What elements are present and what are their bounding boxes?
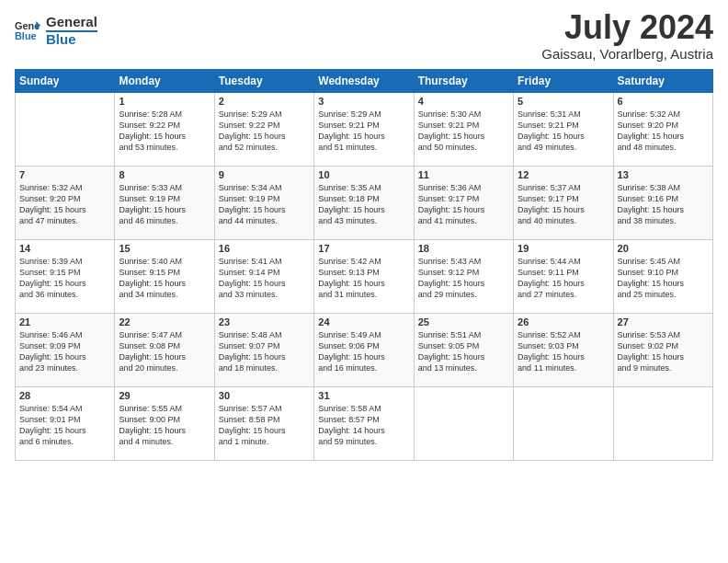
day-header-sunday: Sunday xyxy=(16,70,115,93)
day-number: 2 xyxy=(219,96,310,107)
day-number: 22 xyxy=(119,316,210,327)
day-info: Sunrise: 5:28 AM Sunset: 9:22 PM Dayligh… xyxy=(119,109,210,154)
calendar-cell: 5Sunrise: 5:31 AM Sunset: 9:21 PM Daylig… xyxy=(514,93,613,167)
day-info: Sunrise: 5:37 AM Sunset: 9:17 PM Dayligh… xyxy=(518,182,609,227)
day-number: 9 xyxy=(219,169,310,180)
calendar-cell: 4Sunrise: 5:30 AM Sunset: 9:21 PM Daylig… xyxy=(414,93,513,167)
calendar-cell: 22Sunrise: 5:47 AM Sunset: 9:08 PM Dayli… xyxy=(115,314,214,387)
calendar-cell: 28Sunrise: 5:54 AM Sunset: 9:01 PM Dayli… xyxy=(16,387,115,461)
logo-icon: General Blue xyxy=(15,18,40,44)
calendar-cell: 23Sunrise: 5:48 AM Sunset: 9:07 PM Dayli… xyxy=(214,314,313,387)
day-number: 5 xyxy=(518,96,609,107)
day-header-saturday: Saturday xyxy=(613,70,712,93)
day-number: 1 xyxy=(119,96,210,107)
day-info: Sunrise: 5:44 AM Sunset: 9:11 PM Dayligh… xyxy=(518,256,609,301)
day-info: Sunrise: 5:35 AM Sunset: 9:18 PM Dayligh… xyxy=(318,182,409,227)
day-number: 3 xyxy=(318,96,409,107)
day-info: Sunrise: 5:57 AM Sunset: 8:58 PM Dayligh… xyxy=(219,403,310,448)
header: General Blue General Blue July 2024 Gais… xyxy=(15,11,713,62)
calendar-cell xyxy=(514,387,613,461)
month-title: July 2024 xyxy=(541,11,713,44)
logo-general: General xyxy=(46,15,97,30)
day-info: Sunrise: 5:58 AM Sunset: 8:57 PM Dayligh… xyxy=(318,403,409,448)
day-info: Sunrise: 5:53 AM Sunset: 9:02 PM Dayligh… xyxy=(618,329,709,374)
day-header-friday: Friday xyxy=(514,70,613,93)
day-info: Sunrise: 5:47 AM Sunset: 9:08 PM Dayligh… xyxy=(119,329,210,374)
day-info: Sunrise: 5:49 AM Sunset: 9:06 PM Dayligh… xyxy=(318,329,409,374)
day-info: Sunrise: 5:54 AM Sunset: 9:01 PM Dayligh… xyxy=(19,403,110,448)
calendar-cell: 31Sunrise: 5:58 AM Sunset: 8:57 PM Dayli… xyxy=(314,387,414,461)
day-info: Sunrise: 5:40 AM Sunset: 9:15 PM Dayligh… xyxy=(119,256,210,301)
day-number: 26 xyxy=(518,316,609,327)
day-header-thursday: Thursday xyxy=(414,70,513,93)
day-info: Sunrise: 5:52 AM Sunset: 9:03 PM Dayligh… xyxy=(518,329,609,374)
day-header-tuesday: Tuesday xyxy=(214,70,313,93)
day-info: Sunrise: 5:29 AM Sunset: 9:22 PM Dayligh… xyxy=(219,109,310,154)
day-number: 27 xyxy=(618,316,709,327)
day-info: Sunrise: 5:45 AM Sunset: 9:10 PM Dayligh… xyxy=(618,256,709,301)
calendar-cell: 8Sunrise: 5:33 AM Sunset: 9:19 PM Daylig… xyxy=(115,167,214,240)
calendar-cell: 1Sunrise: 5:28 AM Sunset: 9:22 PM Daylig… xyxy=(115,93,214,167)
day-info: Sunrise: 5:51 AM Sunset: 9:05 PM Dayligh… xyxy=(418,329,509,374)
day-info: Sunrise: 5:38 AM Sunset: 9:16 PM Dayligh… xyxy=(618,182,709,227)
day-number: 25 xyxy=(418,316,509,327)
calendar-cell: 21Sunrise: 5:46 AM Sunset: 9:09 PM Dayli… xyxy=(16,314,115,387)
calendar-cell: 30Sunrise: 5:57 AM Sunset: 8:58 PM Dayli… xyxy=(214,387,313,461)
day-info: Sunrise: 5:33 AM Sunset: 9:19 PM Dayligh… xyxy=(119,182,210,227)
day-number: 15 xyxy=(119,243,210,254)
day-number: 31 xyxy=(318,390,409,401)
day-info: Sunrise: 5:31 AM Sunset: 9:21 PM Dayligh… xyxy=(518,109,609,154)
week-row-5: 28Sunrise: 5:54 AM Sunset: 9:01 PM Dayli… xyxy=(16,387,713,461)
calendar-cell: 16Sunrise: 5:41 AM Sunset: 9:14 PM Dayli… xyxy=(214,240,313,314)
logo-blue: Blue xyxy=(46,30,97,48)
day-info: Sunrise: 5:48 AM Sunset: 9:07 PM Dayligh… xyxy=(219,329,310,374)
day-number: 6 xyxy=(618,96,709,107)
week-row-3: 14Sunrise: 5:39 AM Sunset: 9:15 PM Dayli… xyxy=(16,240,713,314)
calendar-cell: 19Sunrise: 5:44 AM Sunset: 9:11 PM Dayli… xyxy=(514,240,613,314)
day-header-wednesday: Wednesday xyxy=(314,70,414,93)
day-info: Sunrise: 5:41 AM Sunset: 9:14 PM Dayligh… xyxy=(219,256,310,301)
day-number: 8 xyxy=(119,169,210,180)
day-info: Sunrise: 5:39 AM Sunset: 9:15 PM Dayligh… xyxy=(19,256,110,301)
calendar-cell: 12Sunrise: 5:37 AM Sunset: 9:17 PM Dayli… xyxy=(514,167,613,240)
calendar-cell: 15Sunrise: 5:40 AM Sunset: 9:15 PM Dayli… xyxy=(115,240,214,314)
day-number: 29 xyxy=(119,390,210,401)
calendar-cell: 7Sunrise: 5:32 AM Sunset: 9:20 PM Daylig… xyxy=(16,167,115,240)
day-number: 24 xyxy=(318,316,409,327)
day-number: 19 xyxy=(518,243,609,254)
day-number: 20 xyxy=(618,243,709,254)
svg-text:Blue: Blue xyxy=(15,30,37,41)
day-info: Sunrise: 5:30 AM Sunset: 9:21 PM Dayligh… xyxy=(418,109,509,154)
logo: General Blue General Blue xyxy=(15,15,97,47)
day-number: 12 xyxy=(518,169,609,180)
calendar-cell xyxy=(16,93,115,167)
day-info: Sunrise: 5:43 AM Sunset: 9:12 PM Dayligh… xyxy=(418,256,509,301)
day-info: Sunrise: 5:42 AM Sunset: 9:13 PM Dayligh… xyxy=(318,256,409,301)
calendar-cell: 29Sunrise: 5:55 AM Sunset: 9:00 PM Dayli… xyxy=(115,387,214,461)
day-number: 7 xyxy=(19,169,110,180)
day-number: 13 xyxy=(618,169,709,180)
calendar-cell: 6Sunrise: 5:32 AM Sunset: 9:20 PM Daylig… xyxy=(613,93,712,167)
day-number: 23 xyxy=(219,316,310,327)
calendar-cell: 10Sunrise: 5:35 AM Sunset: 9:18 PM Dayli… xyxy=(314,167,414,240)
calendar-cell: 9Sunrise: 5:34 AM Sunset: 9:19 PM Daylig… xyxy=(214,167,313,240)
main-container: General Blue General Blue July 2024 Gais… xyxy=(0,0,728,468)
day-number: 17 xyxy=(318,243,409,254)
day-info: Sunrise: 5:34 AM Sunset: 9:19 PM Dayligh… xyxy=(219,182,310,227)
calendar-cell: 2Sunrise: 5:29 AM Sunset: 9:22 PM Daylig… xyxy=(214,93,313,167)
day-number: 10 xyxy=(318,169,409,180)
calendar-table: SundayMondayTuesdayWednesdayThursdayFrid… xyxy=(15,69,713,461)
day-number: 28 xyxy=(19,390,110,401)
week-row-2: 7Sunrise: 5:32 AM Sunset: 9:20 PM Daylig… xyxy=(16,167,713,240)
location-subtitle: Gaissau, Vorarlberg, Austria xyxy=(541,46,713,62)
calendar-cell xyxy=(414,387,513,461)
calendar-cell: 25Sunrise: 5:51 AM Sunset: 9:05 PM Dayli… xyxy=(414,314,513,387)
day-number: 11 xyxy=(418,169,509,180)
day-info: Sunrise: 5:55 AM Sunset: 9:00 PM Dayligh… xyxy=(119,403,210,448)
day-number: 18 xyxy=(418,243,509,254)
calendar-cell: 27Sunrise: 5:53 AM Sunset: 9:02 PM Dayli… xyxy=(613,314,712,387)
calendar-cell: 24Sunrise: 5:49 AM Sunset: 9:06 PM Dayli… xyxy=(314,314,414,387)
day-info: Sunrise: 5:46 AM Sunset: 9:09 PM Dayligh… xyxy=(19,329,110,374)
day-number: 30 xyxy=(219,390,310,401)
day-info: Sunrise: 5:36 AM Sunset: 9:17 PM Dayligh… xyxy=(418,182,509,227)
